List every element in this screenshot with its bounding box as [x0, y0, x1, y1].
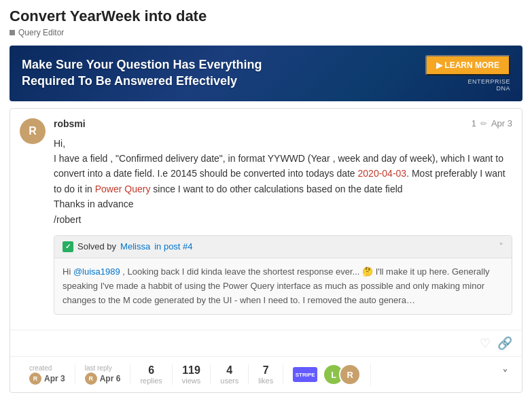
ad-banner: Make Sure Your Question Has Everything R…	[10, 46, 522, 101]
breadcrumb-label[interactable]: Query Editor	[18, 28, 64, 37]
lastreply-label: last reply	[85, 364, 121, 372]
post-line-4: /robert	[54, 212, 512, 227]
post-body: robsmi 1 ✏ Apr 3 Hi, I have a field , "C…	[54, 118, 512, 324]
replies-count: 6	[148, 364, 154, 377]
lastreply-date: Apr 6	[100, 374, 121, 383]
footer-replies-block: 6 replies	[130, 364, 172, 385]
footer-avatars: STRIPE L R	[283, 364, 371, 385]
solved-solver-link[interactable]: Melissa	[120, 241, 150, 252]
solved-label: ✓ Solved by Melissa in post #4	[63, 241, 193, 252]
post-header: robsmi 1 ✏ Apr 3	[54, 118, 512, 129]
stripe-logo: STRIPE	[293, 367, 317, 382]
footer-avatar-stack: L R	[323, 364, 361, 385]
lastreply-mini-avatar: R	[85, 372, 97, 385]
created-label: created	[29, 364, 65, 372]
post-meta: 1 ✏ Apr 3	[472, 118, 512, 128]
users-label: users	[220, 377, 238, 385]
post-main: R robsmi 1 ✏ Apr 3 Hi, I have a field , …	[10, 109, 522, 330]
page-title: Convert YearWeek into date	[10, 7, 522, 27]
learn-more-button[interactable]: ▶ LEARN MORE	[425, 55, 510, 75]
created-date: Apr 3	[44, 374, 65, 383]
edit-count: 1	[472, 118, 476, 128]
likes-label: likes	[258, 377, 273, 385]
banner-line2: Required To Be Answered Effectively	[22, 74, 237, 88]
footer-likes-block: 7 likes	[249, 364, 283, 385]
post-actions: ♡ 🔗	[10, 330, 522, 356]
solved-header: ✓ Solved by Melissa in post #4 ˅	[54, 236, 512, 258]
solved-text: Solved by	[77, 241, 116, 252]
footer-lastreply-block: last reply R Apr 6	[75, 364, 131, 385]
post-line-2: I have a field , "Confirmed delivery dat…	[54, 151, 512, 196]
solved-check-icon: ✓	[63, 241, 73, 252]
edit-icon[interactable]: ✏	[480, 119, 487, 128]
post-date: Apr 3	[491, 118, 512, 128]
page-header: Convert YearWeek into date Query Editor	[0, 0, 532, 40]
solved-post-link[interactable]: in post #4	[154, 241, 192, 252]
footer-expand-button[interactable]: ˅	[498, 367, 512, 382]
replies-label: replies	[140, 377, 162, 385]
post-content: Hi, I have a field , "Confirmed delivery…	[54, 136, 512, 227]
chevron-down-icon[interactable]: ˅	[499, 241, 503, 252]
footer-users-block: 4 users	[211, 364, 249, 385]
mention-link[interactable]: @luisa1989	[73, 266, 120, 277]
post-author[interactable]: robsmi	[54, 118, 86, 129]
likes-count: 7	[263, 364, 269, 377]
breadcrumb-icon	[10, 30, 15, 35]
banner-text: Make Sure Your Question Has Everything R…	[22, 57, 262, 89]
created-mini-avatar: R	[29, 372, 41, 385]
avatar: R	[20, 118, 46, 144]
post-container: R robsmi 1 ✏ Apr 3 Hi, I have a field , …	[10, 108, 522, 394]
users-count: 4	[226, 364, 232, 377]
post-footer: created R Apr 3 last reply R Apr 6 6 rep…	[10, 356, 522, 392]
banner-logo-line2: DNA	[467, 85, 510, 92]
post-line-1: Hi,	[54, 136, 512, 151]
solved-box: ✓ Solved by Melissa in post #4 ˅ Hi @lui…	[54, 235, 512, 315]
share-link-button[interactable]: 🔗	[497, 336, 512, 351]
footer-views-block: 119 views	[173, 364, 211, 385]
views-label: views	[182, 377, 201, 385]
post-line-3: Thanks in advance	[54, 196, 512, 211]
breadcrumb: Query Editor	[10, 28, 522, 37]
banner-logo-line1: ENTERPRISE	[467, 78, 510, 85]
footer-created-block: created R Apr 3	[20, 364, 75, 385]
like-button[interactable]: ♡	[480, 336, 491, 351]
footer-avatar-R: R	[339, 364, 361, 385]
views-count: 119	[182, 364, 200, 377]
solved-preview: Hi @luisa1989 , Looking back I did kinda…	[54, 258, 512, 314]
banner-right: ▶ LEARN MORE ENTERPRISE DNA	[425, 55, 510, 92]
banner-logo: ENTERPRISE DNA	[467, 78, 510, 92]
banner-line1: Make Sure Your Question Has Everything	[22, 58, 262, 71]
